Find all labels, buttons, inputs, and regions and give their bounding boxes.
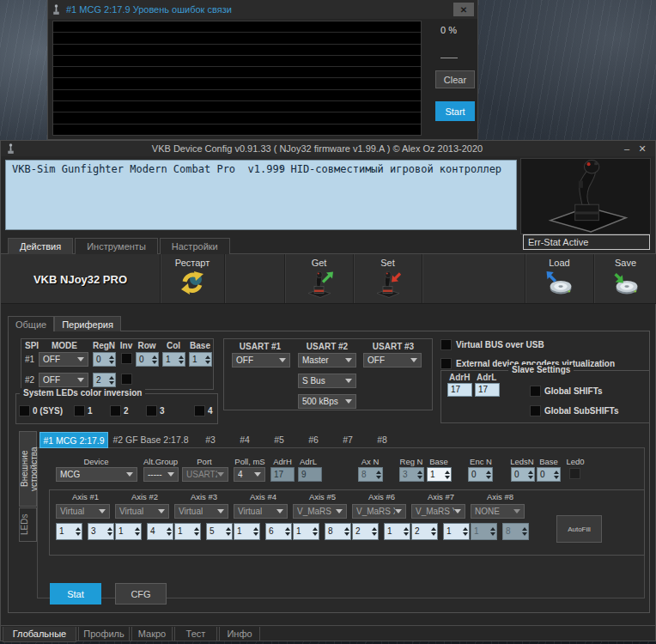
spin-down-icon[interactable] [313, 532, 318, 536]
spin-up-icon[interactable] [109, 376, 114, 380]
spi1-row-stepper[interactable]: 0 [136, 352, 159, 367]
spin-up-icon[interactable] [152, 355, 157, 359]
clear-button[interactable]: Clear [435, 70, 475, 88]
spin-down-icon[interactable] [152, 361, 157, 364]
led2-checkbox[interactable] [110, 405, 121, 416]
spin-up-icon[interactable] [376, 471, 381, 474]
spin-down-icon[interactable] [226, 532, 231, 536]
axis6-source-select[interactable]: V_MaRS X [352, 504, 406, 519]
spin-up-icon[interactable] [135, 527, 140, 531]
spin-down-icon[interactable] [167, 532, 172, 536]
usart2-speed-select[interactable]: 500 kBps [298, 394, 356, 409]
tab-profile[interactable]: Профиль [78, 627, 130, 641]
spin-down-icon[interactable] [194, 532, 199, 536]
device-select[interactable]: MCG [56, 467, 137, 482]
device-tab-3[interactable]: #3 [193, 432, 228, 448]
axis8-stepper-a[interactable]: 1 [471, 523, 497, 540]
ext-encoders-checkbox[interactable] [440, 358, 452, 369]
minimize-icon[interactable]: – [619, 143, 635, 154]
axis8-stepper-b[interactable]: 8 [502, 523, 529, 540]
spi2-regn-stepper[interactable]: 2 [93, 373, 116, 387]
axis3-stepper-a[interactable]: 1 [174, 523, 201, 540]
spin-up-icon[interactable] [486, 471, 491, 474]
axis6-stepper-a[interactable]: 2 [352, 523, 379, 540]
axis4-stepper-b[interactable]: 6 [265, 523, 292, 540]
spin-up-icon[interactable] [431, 527, 436, 531]
axis5-stepper-b[interactable]: 8 [325, 523, 351, 540]
spin-down-icon[interactable] [463, 532, 468, 536]
base2-stepper[interactable]: 0 [537, 467, 561, 482]
spin-up-icon[interactable] [109, 355, 114, 359]
save-button[interactable]: Save [593, 254, 656, 303]
axis1-stepper-b[interactable]: 3 [88, 523, 114, 540]
spin-down-icon[interactable] [344, 532, 349, 536]
encn-stepper[interactable]: 0 [468, 467, 493, 482]
device-tab-4[interactable]: #4 [228, 432, 262, 448]
spin-up-icon[interactable] [522, 527, 527, 531]
axis1-source-select[interactable]: Virtual [56, 504, 110, 519]
axis5-source-select[interactable]: V_MaRS [293, 504, 347, 519]
spin-up-icon[interactable] [490, 527, 495, 531]
poll-select[interactable]: 4 [234, 467, 265, 482]
axis6-stepper-b[interactable]: 1 [384, 523, 410, 540]
spin-up-icon[interactable] [404, 527, 409, 531]
tab-info[interactable]: Инфо [219, 627, 260, 641]
spin-down-icon[interactable] [490, 532, 495, 536]
spi1-mode-select[interactable]: OFF [39, 352, 88, 367]
spin-up-icon[interactable] [253, 527, 258, 531]
axis7-source-select[interactable]: V_MaRS Y [411, 504, 465, 519]
load-button[interactable]: Load [525, 254, 593, 303]
slave-adrl-field[interactable]: 17 [475, 383, 500, 397]
set-button[interactable]: Set [353, 254, 422, 303]
device-tab-6[interactable]: #6 [296, 432, 331, 448]
tab-global[interactable]: Глобальные [3, 627, 76, 642]
spin-down-icon[interactable] [135, 532, 140, 536]
device-tab-1[interactable]: #1 MCG 2:17.9 [39, 432, 108, 448]
spi1-col-stepper[interactable]: 1 [162, 352, 185, 367]
spin-down-icon[interactable] [376, 476, 381, 479]
spin-up-icon[interactable] [107, 527, 112, 531]
spin-up-icon[interactable] [167, 527, 172, 531]
axis8-source-select[interactable]: NONE [471, 504, 525, 519]
spin-down-icon[interactable] [107, 532, 112, 536]
device-tab-7[interactable]: #7 [331, 432, 365, 448]
axis2-stepper-b[interactable]: 4 [147, 523, 173, 540]
slave-adrh-field[interactable]: 17 [447, 383, 472, 397]
spin-down-icon[interactable] [205, 361, 210, 364]
spin-down-icon[interactable] [372, 532, 377, 536]
regn-stepper[interactable]: 3 [399, 467, 424, 482]
usart3-mode-select[interactable]: OFF [363, 353, 422, 368]
tab-macro[interactable]: Макро [131, 627, 173, 641]
spin-up-icon[interactable] [179, 355, 184, 359]
spin-down-icon[interactable] [76, 532, 81, 536]
spin-down-icon[interactable] [404, 532, 409, 536]
usart2-mode-select[interactable]: Master [298, 353, 356, 368]
spi2-mode-select[interactable]: OFF [39, 373, 88, 387]
spin-down-icon[interactable] [179, 361, 184, 364]
sidetab-external-devices[interactable]: Внешние устройства [19, 431, 37, 507]
tab-test[interactable]: Тест [174, 627, 217, 641]
axis3-source-select[interactable]: Virtual [174, 504, 228, 519]
axis7-stepper-b[interactable]: 1 [443, 523, 470, 540]
spin-up-icon[interactable] [554, 471, 559, 474]
tab-tools[interactable]: Инструменты [75, 238, 158, 254]
cfg-button[interactable]: CFG [115, 583, 167, 605]
spi2-inv-checkbox[interactable] [121, 374, 132, 385]
axis1-stepper-a[interactable]: 1 [56, 523, 82, 540]
global-shifts-checkbox[interactable] [530, 386, 541, 397]
spin-down-icon[interactable] [486, 476, 491, 479]
sidetab-leds[interactable]: LEDs [19, 507, 37, 542]
base1-stepper[interactable]: 1 [427, 467, 452, 482]
spin-up-icon[interactable] [194, 527, 199, 531]
spi1-inv-checkbox[interactable] [121, 353, 132, 364]
axis3-stepper-b[interactable]: 5 [206, 523, 233, 540]
ledsn-stepper[interactable]: 0 [511, 467, 535, 482]
close-icon[interactable]: ✕ [635, 143, 650, 155]
tab-actions[interactable]: Действия [8, 238, 73, 254]
dialog-titlebar[interactable]: #1 MCG 2:17.9 Уровень ошибок связи ✕ [48, 0, 477, 19]
led0-checkbox[interactable] [569, 468, 580, 479]
led4-checkbox[interactable] [194, 405, 205, 416]
spin-up-icon[interactable] [76, 527, 81, 531]
spi1-base-stepper[interactable]: 1 [189, 352, 212, 367]
tab-common[interactable]: Общие [8, 316, 54, 331]
